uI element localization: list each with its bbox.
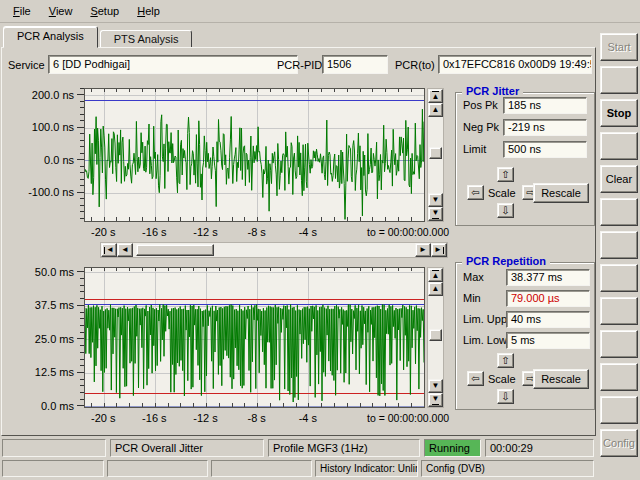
scrollbar-thumb[interactable] [429, 329, 442, 341]
menu-setup[interactable]: Setup [81, 2, 128, 20]
status-cell-history-indicator: History Indicator: Unlimited [315, 460, 418, 477]
side-button-blank [600, 330, 638, 358]
repetition-plot-area [84, 267, 425, 408]
scroll-right-icon[interactable]: ► [415, 243, 431, 257]
pcr-jitter-series [85, 109, 424, 219]
service-label: Service [8, 59, 45, 71]
scrollbar-track[interactable] [428, 117, 443, 193]
x-tick-label: -4 s [283, 412, 333, 424]
repetition-x-axis-labels: -20 s-16 s-12 s-8 s-4 sto = 00:00:00.000 [84, 412, 504, 425]
scroll-home-icon[interactable]: ◄ [101, 243, 117, 257]
pcr-to-label: PCR(to) [395, 59, 435, 71]
jitter-rescale-button[interactable]: Rescale [533, 183, 589, 203]
chart-canvas [85, 268, 424, 407]
status-cell-elapsed-time: 00:00:29 [485, 439, 594, 457]
scroll-left-icon[interactable]: ◄ [117, 243, 133, 257]
y-tick-label: 100.0 ns [32, 121, 74, 133]
pcr-pid-label: PCR-PID [277, 59, 322, 71]
status-cell-empty [211, 460, 312, 477]
jitter-limit-field[interactable]: 500 ns [503, 141, 587, 158]
scrollbar-thumb[interactable] [429, 147, 442, 159]
scroll-down-icon[interactable]: ▼ [428, 379, 443, 393]
scrollbar-track[interactable] [428, 296, 443, 379]
pcr-pid-field: 1506 [322, 55, 388, 74]
x-tick-label: -12 s [181, 412, 231, 424]
jitter-vertical-scrollbar: ▲ ▲ ▼ ▼ [427, 88, 444, 222]
scale-label: Scale [488, 373, 516, 385]
scroll-down-icon[interactable]: ▼ [428, 193, 443, 207]
x-tick-label: -16 s [129, 412, 179, 424]
x-axis-end-label: to = 00:00:00.000 [367, 226, 449, 238]
y-tick-label: 0.0 ns [44, 154, 74, 166]
scale-down-icon[interactable]: ⇩ [497, 203, 514, 218]
pcr-jitter-group-title: PCR Jitter [462, 85, 523, 97]
lim-upper-field[interactable]: 40 ms [506, 311, 590, 328]
x-tick-label: -8 s [232, 226, 282, 238]
repetition-rescale-button[interactable]: Rescale [533, 369, 589, 389]
y-tick-label: 50.0 ms [35, 266, 74, 278]
pcr-jitter-group: PCR Jitter Pos Pk 185 ns Neg Pk -219 ns … [455, 92, 595, 226]
scroll-bottom-icon[interactable]: ▼ [428, 393, 443, 407]
jitter-x-axis-labels: -20 s-16 s-12 s-8 s-4 sto = 00:00:00.000 [84, 226, 504, 239]
pcr-to-field: 0x17EFCC816 0x00D9 19:49:5 [438, 55, 592, 74]
min-field: 79.000 µs [506, 290, 590, 307]
menu-bar: File View Setup Help [0, 0, 640, 23]
scrollbar-thumb[interactable] [136, 244, 214, 256]
x-tick-label: -16 s [129, 226, 179, 238]
status-cell-empty [107, 460, 208, 477]
y-axis-ticks [76, 88, 84, 220]
jitter-y-axis-labels: 200.0 ns100.0 ns0.0 ns-100.0 ns [0, 88, 76, 222]
jitter-limit-label: Limit [463, 143, 486, 155]
x-tick-label: -4 s [283, 226, 333, 238]
menu-help[interactable]: Help [128, 2, 169, 20]
status-cell-empty [2, 460, 104, 477]
y-tick-label: 0.0 ms [41, 400, 74, 412]
scroll-top-icon[interactable]: ▲ [428, 89, 443, 103]
lim-lower-field[interactable]: 5 ms [506, 332, 590, 349]
x-tick-label: -8 s [232, 412, 282, 424]
repetition-y-axis-labels: 50.0 ms37.5 ms25.0 ms12.5 ms0.0 ms [0, 267, 76, 408]
max-label: Max [463, 271, 484, 283]
scale-down-icon[interactable]: ⇩ [497, 389, 514, 404]
tab-pts-analysis[interactable]: PTS Analysis [100, 30, 193, 47]
jitter-horizontal-scrollbar: ◄ ◄ ► ► [100, 242, 448, 258]
scale-up-icon[interactable]: ⇧ [497, 167, 514, 182]
side-button-blank [600, 66, 638, 94]
y-tick-label: -100.0 ns [28, 186, 74, 198]
scale-up-icon[interactable]: ⇧ [497, 353, 514, 368]
clear-button[interactable]: Clear [600, 165, 638, 193]
pcr-repetition-group: PCR Repetition Max 38.377 ms Min 79.000 … [455, 262, 595, 410]
scroll-bottom-icon[interactable]: ▼ [428, 207, 443, 221]
menu-view[interactable]: View [40, 2, 82, 20]
pcr-repetition-series [85, 305, 424, 403]
tab-pcr-analysis[interactable]: PCR Analysis [3, 26, 98, 48]
y-tick-label: 12.5 ms [35, 366, 74, 378]
start-button[interactable]: Start [600, 33, 638, 61]
side-button-blank [600, 297, 638, 325]
x-tick-label: -12 s [181, 226, 231, 238]
scale-left-icon[interactable]: ⇦ [467, 371, 484, 386]
service-field[interactable]: 6 [DD Podhigai] [48, 55, 298, 74]
stop-button[interactable]: Stop [600, 99, 638, 127]
scrollbar-track[interactable] [133, 243, 415, 257]
scale-left-icon[interactable]: ⇦ [467, 185, 484, 200]
config-button[interactable]: Config [600, 429, 638, 457]
side-button-blank [600, 198, 638, 226]
pos-pk-label: Pos Pk [463, 99, 498, 111]
repetition-y-axis-ruler [76, 267, 84, 408]
scroll-up-icon[interactable]: ▲ [428, 282, 443, 296]
x-tick-label: -20 s [78, 226, 128, 238]
menu-file[interactable]: File [4, 2, 40, 20]
application-window: File View Setup Help PCR Analysis PTS An… [0, 0, 640, 480]
status-cell-running: Running [424, 439, 481, 457]
x-axis-end-label: to = 00:00:00.000 [367, 412, 449, 424]
max-field: 38.377 ms [506, 269, 590, 286]
jitter-y-axis-ruler [76, 88, 84, 222]
scroll-end-icon[interactable]: ► [431, 243, 447, 257]
x-tick-label: -20 s [78, 412, 128, 424]
scroll-top-icon[interactable]: ▲ [428, 268, 443, 282]
side-button-blank [600, 363, 638, 391]
y-axis-ticks [76, 267, 84, 406]
scroll-up-icon[interactable]: ▲ [428, 103, 443, 117]
status-cell-measurement: PCR Overall Jitter [110, 439, 264, 457]
